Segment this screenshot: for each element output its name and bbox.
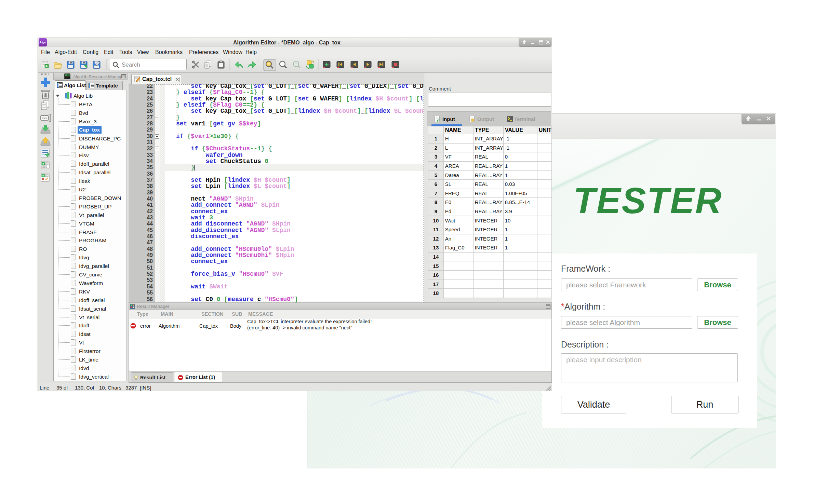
svg-text:xxx: xxx (42, 117, 47, 120)
